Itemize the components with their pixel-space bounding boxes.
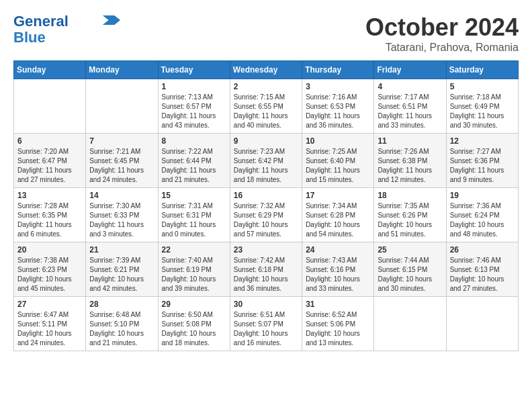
day-info: Sunrise: 7:38 AM Sunset: 6:23 PM Dayligh… — [17, 256, 82, 293]
day-number: 18 — [378, 191, 442, 200]
calendar-week-row: 27Sunrise: 6:47 AM Sunset: 5:11 PM Dayli… — [14, 297, 519, 351]
day-number: 24 — [306, 245, 370, 255]
calendar-cell — [86, 79, 158, 134]
logo-text: General — [13, 13, 69, 30]
day-info: Sunrise: 7:25 AM Sunset: 6:40 PM Dayligh… — [306, 147, 370, 185]
day-number: 19 — [450, 191, 515, 200]
calendar-cell: 15Sunrise: 7:31 AM Sunset: 6:31 PM Dayli… — [158, 188, 230, 242]
day-number: 16 — [234, 191, 298, 200]
day-info: Sunrise: 7:16 AM Sunset: 6:53 PM Dayligh… — [306, 93, 370, 130]
day-info: Sunrise: 7:40 AM Sunset: 6:19 PM Dayligh… — [162, 256, 226, 293]
calendar-week-row: 6Sunrise: 7:20 AM Sunset: 6:47 PM Daylig… — [14, 134, 519, 188]
day-header-thursday: Thursday — [302, 61, 374, 79]
day-number: 3 — [306, 82, 370, 91]
day-header-friday: Friday — [374, 61, 446, 79]
day-info: Sunrise: 7:30 AM Sunset: 6:33 PM Dayligh… — [89, 201, 154, 239]
logo-blue-text: Blue — [13, 30, 46, 46]
calendar-cell: 9Sunrise: 7:23 AM Sunset: 6:42 PM Daylig… — [230, 134, 302, 188]
calendar-cell: 20Sunrise: 7:38 AM Sunset: 6:23 PM Dayli… — [14, 242, 86, 297]
calendar-body: 1Sunrise: 7:13 AM Sunset: 6:57 PM Daylig… — [14, 79, 519, 351]
day-number: 9 — [234, 136, 298, 146]
day-number: 4 — [378, 82, 442, 91]
day-info: Sunrise: 6:51 AM Sunset: 5:07 PM Dayligh… — [234, 310, 298, 348]
calendar-cell: 25Sunrise: 7:44 AM Sunset: 6:15 PM Dayli… — [374, 242, 446, 297]
location: Tatarani, Prahova, Romania — [365, 42, 519, 54]
day-number: 14 — [89, 191, 154, 200]
calendar-cell: 19Sunrise: 7:36 AM Sunset: 6:24 PM Dayli… — [446, 188, 518, 242]
calendar-cell: 12Sunrise: 7:27 AM Sunset: 6:36 PM Dayli… — [446, 134, 518, 188]
calendar-cell: 14Sunrise: 7:30 AM Sunset: 6:33 PM Dayli… — [86, 188, 158, 242]
day-number: 11 — [378, 136, 442, 146]
calendar-cell: 1Sunrise: 7:13 AM Sunset: 6:57 PM Daylig… — [158, 79, 230, 134]
day-info: Sunrise: 7:13 AM Sunset: 6:57 PM Dayligh… — [162, 93, 226, 130]
calendar-cell: 29Sunrise: 6:50 AM Sunset: 5:08 PM Dayli… — [158, 297, 230, 351]
calendar-cell: 16Sunrise: 7:32 AM Sunset: 6:29 PM Dayli… — [230, 188, 302, 242]
day-info: Sunrise: 7:28 AM Sunset: 6:35 PM Dayligh… — [17, 201, 82, 239]
calendar-cell: 27Sunrise: 6:47 AM Sunset: 5:11 PM Dayli… — [14, 297, 86, 351]
day-number: 30 — [234, 300, 298, 309]
calendar-cell: 26Sunrise: 7:46 AM Sunset: 6:13 PM Dayli… — [446, 242, 518, 297]
calendar-cell: 10Sunrise: 7:25 AM Sunset: 6:40 PM Dayli… — [302, 134, 374, 188]
day-info: Sunrise: 7:23 AM Sunset: 6:42 PM Dayligh… — [234, 147, 298, 185]
day-number: 22 — [162, 245, 226, 255]
day-number: 26 — [450, 245, 515, 255]
calendar-cell: 2Sunrise: 7:15 AM Sunset: 6:55 PM Daylig… — [230, 79, 302, 134]
logo: General Blue — [13, 13, 121, 46]
day-info: Sunrise: 7:44 AM Sunset: 6:15 PM Dayligh… — [378, 256, 442, 293]
day-header-saturday: Saturday — [446, 61, 518, 79]
calendar-cell: 28Sunrise: 6:48 AM Sunset: 5:10 PM Dayli… — [86, 297, 158, 351]
day-info: Sunrise: 7:31 AM Sunset: 6:31 PM Dayligh… — [162, 201, 226, 239]
calendar-cell: 31Sunrise: 6:52 AM Sunset: 5:06 PM Dayli… — [302, 297, 374, 351]
calendar-week-row: 13Sunrise: 7:28 AM Sunset: 6:35 PM Dayli… — [14, 188, 519, 242]
calendar-cell: 4Sunrise: 7:17 AM Sunset: 6:51 PM Daylig… — [374, 79, 446, 134]
day-info: Sunrise: 7:17 AM Sunset: 6:51 PM Dayligh… — [378, 93, 442, 130]
logo-icon — [102, 15, 121, 25]
calendar-cell: 13Sunrise: 7:28 AM Sunset: 6:35 PM Dayli… — [14, 188, 86, 242]
calendar-header-row: SundayMondayTuesdayWednesdayThursdayFrid… — [14, 61, 519, 79]
day-info: Sunrise: 6:47 AM Sunset: 5:11 PM Dayligh… — [17, 310, 82, 348]
day-info: Sunrise: 7:42 AM Sunset: 6:18 PM Dayligh… — [234, 256, 298, 293]
day-number: 12 — [450, 136, 515, 146]
day-number: 13 — [17, 191, 82, 200]
day-number: 21 — [89, 245, 154, 255]
day-number: 27 — [17, 300, 82, 309]
day-header-tuesday: Tuesday — [158, 61, 230, 79]
calendar-cell — [14, 79, 86, 134]
day-info: Sunrise: 7:27 AM Sunset: 6:36 PM Dayligh… — [450, 147, 515, 185]
day-number: 17 — [306, 191, 370, 200]
day-info: Sunrise: 7:22 AM Sunset: 6:44 PM Dayligh… — [162, 147, 226, 185]
day-number: 1 — [162, 82, 226, 91]
page-header: General Blue October 2024 Tatarani, Prah… — [13, 13, 519, 54]
calendar-cell: 3Sunrise: 7:16 AM Sunset: 6:53 PM Daylig… — [302, 79, 374, 134]
day-info: Sunrise: 7:21 AM Sunset: 6:45 PM Dayligh… — [89, 147, 154, 185]
calendar-cell: 21Sunrise: 7:39 AM Sunset: 6:21 PM Dayli… — [86, 242, 158, 297]
day-number: 25 — [378, 245, 442, 255]
day-info: Sunrise: 7:46 AM Sunset: 6:13 PM Dayligh… — [450, 256, 515, 293]
calendar-week-row: 20Sunrise: 7:38 AM Sunset: 6:23 PM Dayli… — [14, 242, 519, 297]
day-number: 20 — [17, 245, 82, 255]
day-header-sunday: Sunday — [14, 61, 86, 79]
calendar-week-row: 1Sunrise: 7:13 AM Sunset: 6:57 PM Daylig… — [14, 79, 519, 134]
calendar-cell: 6Sunrise: 7:20 AM Sunset: 6:47 PM Daylig… — [14, 134, 86, 188]
day-info: Sunrise: 7:36 AM Sunset: 6:24 PM Dayligh… — [450, 201, 515, 239]
calendar-cell: 5Sunrise: 7:18 AM Sunset: 6:49 PM Daylig… — [446, 79, 518, 134]
day-number: 31 — [306, 300, 370, 309]
day-info: Sunrise: 6:48 AM Sunset: 5:10 PM Dayligh… — [89, 310, 154, 348]
day-info: Sunrise: 6:52 AM Sunset: 5:06 PM Dayligh… — [306, 310, 370, 348]
svg-marker-0 — [103, 15, 120, 25]
calendar-cell — [374, 297, 446, 351]
day-info: Sunrise: 7:43 AM Sunset: 6:16 PM Dayligh… — [306, 256, 370, 293]
day-info: Sunrise: 7:32 AM Sunset: 6:29 PM Dayligh… — [234, 201, 298, 239]
calendar-cell: 23Sunrise: 7:42 AM Sunset: 6:18 PM Dayli… — [230, 242, 302, 297]
day-number: 23 — [234, 245, 298, 255]
day-number: 28 — [89, 300, 154, 309]
day-info: Sunrise: 7:26 AM Sunset: 6:38 PM Dayligh… — [378, 147, 442, 185]
calendar-cell: 22Sunrise: 7:40 AM Sunset: 6:19 PM Dayli… — [158, 242, 230, 297]
day-info: Sunrise: 7:15 AM Sunset: 6:55 PM Dayligh… — [234, 93, 298, 130]
day-header-monday: Monday — [86, 61, 158, 79]
calendar-table: SundayMondayTuesdayWednesdayThursdayFrid… — [13, 60, 519, 351]
day-number: 10 — [306, 136, 370, 146]
calendar-cell: 7Sunrise: 7:21 AM Sunset: 6:45 PM Daylig… — [86, 134, 158, 188]
day-info: Sunrise: 6:50 AM Sunset: 5:08 PM Dayligh… — [162, 310, 226, 348]
calendar-cell: 24Sunrise: 7:43 AM Sunset: 6:16 PM Dayli… — [302, 242, 374, 297]
